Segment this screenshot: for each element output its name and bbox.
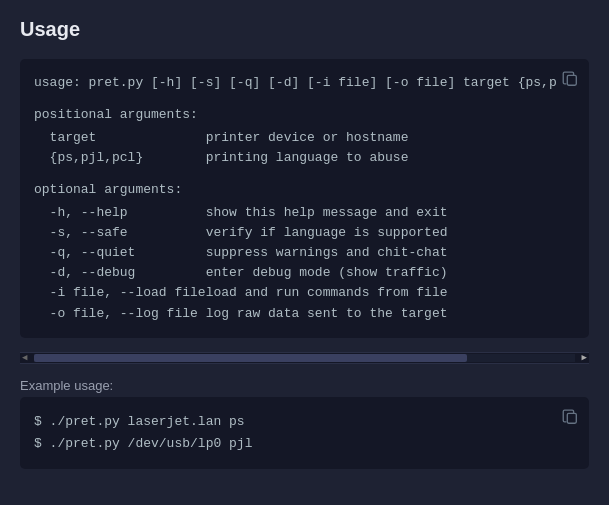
positional-arg-target-right: printer device or hostname: [206, 128, 409, 148]
horizontal-scrollbar[interactable]: ◀ ▶: [20, 352, 589, 364]
example-code-block: $ ./pret.py laserjet.lan ps $ ./pret.py …: [20, 397, 589, 469]
optional-arg-help-left: -h, --help: [34, 203, 206, 223]
optional-arg-log-right: log raw data sent to the target: [206, 304, 448, 324]
copy-command-icon[interactable]: [561, 69, 579, 87]
positional-arg-format-right: printing language to abuse: [206, 148, 409, 168]
page-container: Usage usage: pret.py [-h] [-s] [-q] [-d]…: [0, 0, 609, 505]
optional-arg-help: -h, --help show this help message and ex…: [34, 203, 575, 223]
positional-header: positional arguments:: [34, 103, 575, 128]
positional-args-list: target printer device or hostname {ps,pj…: [34, 128, 575, 168]
example-section: Example usage: $ ./pret.py laserjet.lan …: [20, 378, 589, 469]
optional-arg-safe: -s, --safe verify if language is support…: [34, 223, 575, 243]
positional-arg-format-left: {ps,pjl,pcl}: [34, 148, 206, 168]
optional-arg-debug-right: enter debug mode (show traffic): [206, 263, 448, 283]
positional-section: positional arguments: target printer dev…: [34, 103, 575, 168]
optional-arg-quiet: -q, --quiet suppress warnings and chit-c…: [34, 243, 575, 263]
scroll-right-arrow[interactable]: ▶: [582, 353, 587, 362]
positional-arg-format: {ps,pjl,pcl} printing language to abuse: [34, 148, 575, 168]
usage-command-block: usage: pret.py [-h] [-s] [-q] [-d] [-i f…: [20, 59, 589, 338]
copy-example-icon[interactable]: [561, 407, 579, 425]
optional-arg-debug-left: -d, --debug: [34, 263, 206, 283]
usage-command-line: usage: pret.py [-h] [-s] [-q] [-d] [-i f…: [34, 73, 575, 93]
optional-arg-quiet-left: -q, --quiet: [34, 243, 206, 263]
optional-arg-debug: -d, --debug enter debug mode (show traff…: [34, 263, 575, 283]
optional-args-list: -h, --help show this help message and ex…: [34, 203, 575, 324]
optional-arg-quiet-right: suppress warnings and chit-chat: [206, 243, 448, 263]
example-line-1: $ ./pret.py laserjet.lan ps: [34, 411, 575, 433]
svg-rect-1: [567, 413, 576, 423]
scroll-left-arrow[interactable]: ◀: [22, 353, 27, 362]
optional-arg-load-left: -i file, --load file: [34, 283, 206, 303]
optional-arg-safe-right: verify if language is supported: [206, 223, 448, 243]
optional-arg-log-left: -o file, --log file: [34, 304, 206, 324]
optional-arg-help-right: show this help message and exit: [206, 203, 448, 223]
svg-rect-0: [567, 75, 576, 85]
scrollbar-track[interactable]: [34, 354, 575, 362]
optional-arg-safe-left: -s, --safe: [34, 223, 206, 243]
positional-arg-target: target printer device or hostname: [34, 128, 575, 148]
page-title: Usage: [20, 18, 589, 41]
optional-header: optional arguments:: [34, 178, 575, 203]
positional-arg-target-left: target: [34, 128, 206, 148]
optional-arg-load-right: load and run commands from file: [206, 283, 448, 303]
optional-arg-log: -o file, --log file log raw data sent to…: [34, 304, 575, 324]
example-line-2: $ ./pret.py /dev/usb/lp0 pjl: [34, 433, 575, 455]
optional-arg-load: -i file, --load file load and run comman…: [34, 283, 575, 303]
scrollbar-thumb[interactable]: [34, 354, 467, 362]
optional-section: optional arguments: -h, --help show this…: [34, 178, 575, 324]
example-section-label: Example usage:: [20, 378, 589, 393]
